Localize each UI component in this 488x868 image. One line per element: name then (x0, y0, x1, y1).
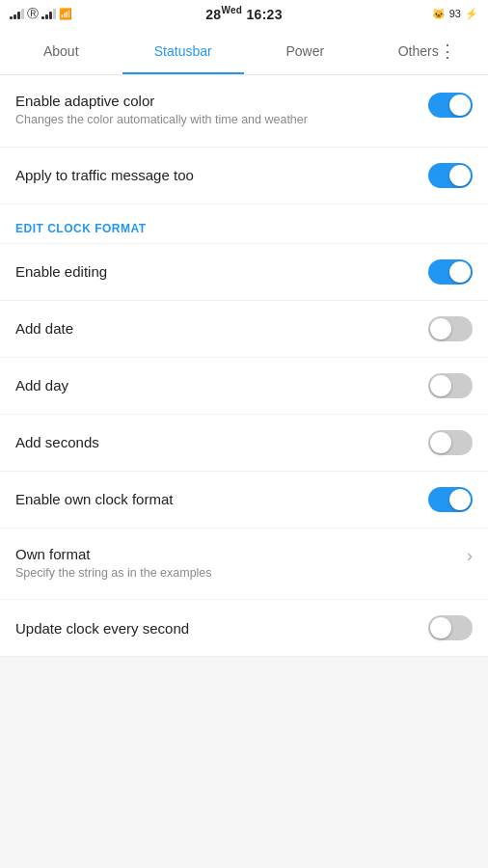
enable-editing-knob (449, 261, 471, 283)
own-format-label: Own format (15, 546, 467, 562)
adaptive-color-sublabel: Changes the color automatically with tim… (15, 112, 428, 129)
cat-icon: 🐱 (432, 8, 446, 20)
traffic-message-label: Apply to traffic message too (15, 167, 194, 183)
adaptive-color-text: Enable adaptive color Changes the color … (15, 93, 428, 129)
status-time: 28Wed 16:23 (205, 5, 283, 22)
own-format-text: Own format Specify the string as in the … (15, 546, 467, 583)
own-format-chevron: › (467, 546, 473, 566)
battery-level: 93 (449, 8, 461, 19)
adaptive-color-toggle[interactable] (428, 93, 473, 118)
add-seconds-knob (430, 432, 451, 453)
update-clock-knob (430, 617, 451, 638)
signal-icon (10, 8, 24, 19)
r-icon: Ⓡ (27, 6, 39, 22)
tab-bar: About Statusbar Power Others ⋮ (0, 27, 488, 75)
add-day-knob (430, 375, 451, 396)
own-clock-format-row: Enable own clock format (0, 472, 488, 529)
content-area: Enable adaptive color Changes the color … (0, 75, 488, 657)
wifi-icon: 📶 (59, 8, 72, 20)
add-seconds-toggle[interactable] (428, 430, 473, 455)
status-bar: Ⓡ 📶 28Wed 16:23 🐱 93 ⚡ (0, 0, 488, 27)
add-day-toggle[interactable] (428, 373, 473, 398)
add-date-toggle[interactable] (428, 316, 473, 341)
own-clock-format-toggle[interactable] (428, 487, 473, 512)
add-seconds-label: Add seconds (15, 434, 99, 450)
update-clock-toggle[interactable] (428, 615, 473, 640)
tab-others[interactable]: Others ⋮ (366, 27, 489, 74)
tab-power[interactable]: Power (244, 27, 366, 74)
add-day-label: Add day (15, 377, 68, 393)
enable-editing-label: Enable editing (15, 263, 107, 280)
tab-about[interactable]: About (0, 27, 122, 74)
own-format-row[interactable]: Own format Specify the string as in the … (0, 529, 488, 601)
adaptive-color-knob (449, 95, 471, 116)
traffic-message-toggle[interactable] (428, 163, 473, 188)
add-date-knob (430, 318, 451, 339)
more-icon: ⋮ (439, 41, 456, 62)
battery-icon: ⚡ (465, 8, 478, 20)
adaptive-color-row: Enable adaptive color Changes the color … (0, 75, 488, 148)
update-clock-label: Update clock every second (15, 620, 189, 637)
add-day-row: Add day (0, 358, 488, 415)
tab-statusbar[interactable]: Statusbar (122, 27, 245, 74)
add-seconds-row: Add seconds (0, 415, 488, 472)
add-date-label: Add date (15, 320, 73, 337)
own-clock-format-label: Enable own clock format (15, 491, 173, 507)
clock-format-section-header: EDIT CLOCK FORMAT (0, 204, 488, 244)
traffic-message-row: Apply to traffic message too (0, 148, 488, 204)
own-clock-format-knob (449, 489, 471, 510)
signal2-icon (41, 8, 56, 19)
status-right-icons: 🐱 93 ⚡ (432, 8, 478, 20)
add-date-row: Add date (0, 301, 488, 358)
update-clock-row: Update clock every second (0, 600, 488, 657)
own-format-sublabel: Specify the string as in the examples (15, 565, 467, 583)
traffic-message-knob (449, 165, 471, 186)
enable-editing-row: Enable editing (0, 244, 488, 301)
adaptive-color-label: Enable adaptive color (15, 93, 428, 109)
status-left-icons: Ⓡ 📶 (10, 6, 72, 22)
enable-editing-toggle[interactable] (428, 259, 473, 285)
